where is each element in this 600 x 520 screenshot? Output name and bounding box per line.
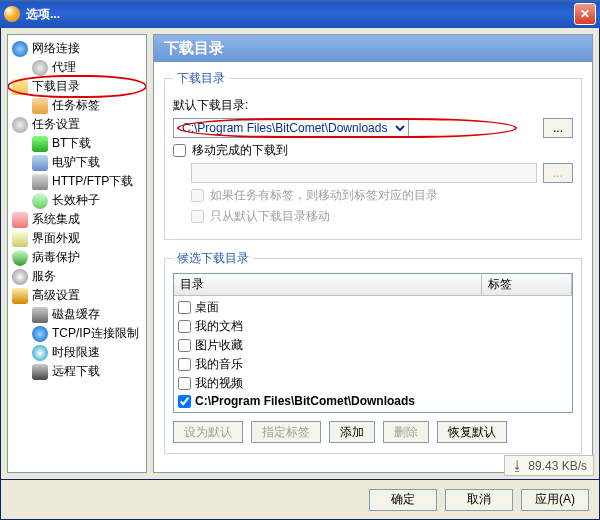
tree-item-label: 时段限速 (52, 344, 100, 361)
move-default-only-label: 只从默认下载目录移动 (210, 208, 330, 225)
list-item[interactable]: C:\Program Files\BitComet\Downloads (178, 393, 568, 409)
tree-icon (12, 231, 28, 247)
move-tag-label: 如果任务有标签，则移动到标签对应的目录 (210, 187, 438, 204)
cancel-button[interactable]: 取消 (445, 489, 513, 511)
tree-icon (12, 79, 28, 95)
add-button[interactable]: 添加 (329, 421, 375, 443)
window-title: 选项... (26, 6, 574, 23)
tree-item-label: 任务设置 (32, 116, 80, 133)
tree-item[interactable]: 代理 (10, 58, 144, 77)
col-tag[interactable]: 标签 (482, 274, 572, 295)
content-pane: 下载目录 下载目录 默认下载目录: C:\Program Files\BitCo… (153, 34, 593, 473)
tree-item-label: BT下载 (52, 135, 91, 152)
tree-item[interactable]: 电驴下载 (10, 153, 144, 172)
dir-label: 桌面 (195, 299, 219, 316)
tree-item[interactable]: 时段限速 (10, 343, 144, 362)
browse-move-button: ... (543, 163, 573, 183)
dir-checkbox[interactable] (178, 358, 191, 371)
restore-default-button[interactable]: 恢复默认 (437, 421, 507, 443)
move-done-label: 移动完成的下载到 (192, 142, 288, 159)
tree-icon (12, 269, 28, 285)
list-item[interactable]: 桌面 (178, 298, 568, 317)
dir-label: 我的视频 (195, 375, 243, 392)
tree-item-label: 长效种子 (52, 192, 100, 209)
dir-checkbox[interactable] (178, 301, 191, 314)
tree-icon (12, 41, 28, 57)
default-dir-label: 默认下载目录: (173, 97, 248, 114)
dir-label: 图片收藏 (195, 337, 243, 354)
tree-icon (12, 212, 28, 228)
tree-item-label: 电驴下载 (52, 154, 100, 171)
tree-item[interactable]: 界面外观 (10, 229, 144, 248)
tree-icon (32, 136, 48, 152)
tree-item[interactable]: 远程下载 (10, 362, 144, 381)
tree-icon (32, 155, 48, 171)
default-dir-highlight: C:\Program Files\BitComet\Downloads (173, 118, 537, 138)
candidate-dir-list[interactable]: 目录 标签 桌面我的文档图片收藏我的音乐我的视频C:\Program Files… (173, 273, 573, 413)
close-button[interactable]: ✕ (574, 3, 596, 25)
tree-icon (32, 364, 48, 380)
tree-icon (32, 60, 48, 76)
tree-icon (12, 288, 28, 304)
tree-item[interactable]: 任务设置 (10, 115, 144, 134)
default-dir-select[interactable]: C:\Program Files\BitComet\Downloads (173, 118, 409, 138)
dir-checkbox[interactable] (178, 339, 191, 352)
tree-item[interactable]: 磁盘缓存 (10, 305, 144, 324)
dialog-buttons: 确定 取消 应用(A) (0, 480, 600, 520)
speed-value: 89.43 KB/s (528, 459, 587, 473)
tree-icon (32, 174, 48, 190)
page-title: 下载目录 (154, 35, 592, 62)
category-tree[interactable]: 网络连接代理下载目录任务标签任务设置BT下载电驴下载HTTP/FTP下载长效种子… (7, 34, 147, 473)
list-item[interactable]: 我的文档 (178, 317, 568, 336)
tree-item[interactable]: 下载目录 (10, 77, 144, 96)
dir-label: C:\Program Files\BitComet\Downloads (195, 394, 415, 408)
main-area: 网络连接代理下载目录任务标签任务设置BT下载电驴下载HTTP/FTP下载长效种子… (0, 28, 600, 480)
tree-item[interactable]: 长效种子 (10, 191, 144, 210)
tree-item[interactable]: 高级设置 (10, 286, 144, 305)
group-legend: 下载目录 (173, 70, 229, 87)
delete-button: 删除 (383, 421, 429, 443)
tree-item-label: 服务 (32, 268, 56, 285)
tree-item-label: 病毒保护 (32, 249, 80, 266)
titlebar: 选项... ✕ (0, 0, 600, 28)
list-item[interactable]: 图片收藏 (178, 336, 568, 355)
tree-icon (12, 117, 28, 133)
tree-item[interactable]: TCP/IP连接限制 (10, 324, 144, 343)
tree-item[interactable]: 病毒保护 (10, 248, 144, 267)
tree-icon (32, 193, 48, 209)
col-dir[interactable]: 目录 (174, 274, 482, 295)
tree-item[interactable]: 网络连接 (10, 39, 144, 58)
download-arrow-icon: ⭳ (511, 458, 524, 473)
browse-default-button[interactable]: ... (543, 118, 573, 138)
tree-item[interactable]: 服务 (10, 267, 144, 286)
set-default-button: 设为默认 (173, 421, 243, 443)
dir-label: 我的音乐 (195, 356, 243, 373)
tree-item-label: 磁盘缓存 (52, 306, 100, 323)
tree-icon (32, 98, 48, 114)
tree-item[interactable]: 系统集成 (10, 210, 144, 229)
app-icon (4, 6, 20, 22)
tree-icon (12, 250, 28, 266)
list-item[interactable]: 我的视频 (178, 374, 568, 393)
dir-checkbox[interactable] (178, 377, 191, 390)
tree-item-label: TCP/IP连接限制 (52, 325, 139, 342)
apply-button[interactable]: 应用(A) (521, 489, 589, 511)
ok-button[interactable]: 确定 (369, 489, 437, 511)
dir-checkbox[interactable] (178, 320, 191, 333)
candidate-dir-group: 候选下载目录 目录 标签 桌面我的文档图片收藏我的音乐我的视频C:\Progra… (164, 250, 582, 454)
tree-icon (32, 326, 48, 342)
tree-item[interactable]: 任务标签 (10, 96, 144, 115)
move-done-checkbox[interactable] (173, 144, 186, 157)
list-item[interactable]: 我的音乐 (178, 355, 568, 374)
speed-indicator: ⭳ 89.43 KB/s (504, 455, 594, 476)
dir-list-header: 目录 标签 (174, 274, 572, 296)
tree-icon (32, 307, 48, 323)
tree-item-label: 下载目录 (32, 78, 80, 95)
dir-checkbox[interactable] (178, 395, 191, 408)
tree-item[interactable]: HTTP/FTP下载 (10, 172, 144, 191)
tree-icon (32, 345, 48, 361)
dir-label: 我的文档 (195, 318, 243, 335)
tree-item-label: HTTP/FTP下载 (52, 173, 133, 190)
tree-item[interactable]: BT下载 (10, 134, 144, 153)
group-legend: 候选下载目录 (173, 250, 253, 267)
